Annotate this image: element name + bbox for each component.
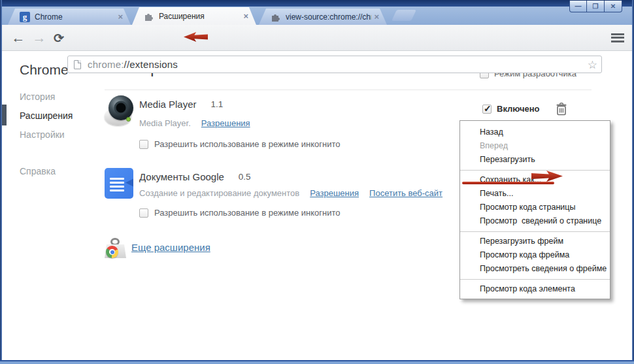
window-border-bottom [0, 360, 634, 364]
enabled-checkbox[interactable] [482, 105, 492, 114]
incognito-checkbox[interactable] [139, 140, 148, 149]
extension-desc-row: Создание и редактирование документов Раз… [139, 188, 442, 198]
incognito-row: Разрешить использование в режиме инкогни… [139, 208, 341, 218]
enabled-label: Включено [497, 104, 540, 114]
menu-item-reload[interactable]: Перезагрузить [460, 153, 610, 167]
forward-icon[interactable]: → [29, 25, 49, 51]
extension-version: 1.1 [211, 99, 224, 109]
trash-icon[interactable] [556, 103, 567, 116]
extension-name: Media Player [139, 99, 197, 110]
maximize-button[interactable]: ❐ [587, 1, 605, 12]
permissions-link[interactable]: Разрешения [310, 188, 359, 198]
tab-label: view-source:chrome://chrom [286, 12, 371, 22]
url-scheme: chrome: [88, 59, 124, 70]
incognito-label: Разрешить использование в режиме инкогни… [154, 139, 341, 149]
url-path: //extensions [124, 59, 178, 70]
bookmark-star-icon[interactable]: ☆ [588, 58, 597, 72]
sidebar-item-settings[interactable]: Настройки [20, 129, 65, 140]
extension-version: 0.5 [239, 172, 251, 182]
tab-strip: g Chrome × Расширения × view-source:chro… [2, 7, 632, 25]
tab-close-icon[interactable]: × [371, 12, 382, 22]
context-menu: Назад Вперед Перезагрузить Сохранить как… [459, 120, 610, 299]
tab-chrome[interactable]: g Chrome × [8, 8, 131, 25]
menu-item-page-info[interactable]: Просмотр сведений о странице [460, 214, 610, 228]
incognito-checkbox[interactable] [139, 208, 148, 218]
menu-item-reload-frame[interactable]: Перезагрузить фрейм [460, 235, 610, 248]
sidebar-item-extensions[interactable]: Расширения [20, 110, 73, 121]
incognito-label: Разрешить использование в режиме инкогни… [154, 208, 341, 218]
header-divider [105, 90, 592, 90]
extension-title-row: Документы Google 0.5 [139, 171, 251, 182]
sidebar-active-marker [2, 105, 7, 125]
tab-label: Расширения [159, 12, 241, 21]
menu-item-inspect-element[interactable]: Просмотр кода элемента [460, 282, 610, 296]
url-input[interactable]: chrome://extensions ☆ [67, 56, 602, 73]
annotation-underline-save-as [462, 182, 554, 184]
chrome-web-store-icon [105, 238, 126, 258]
page-icon [74, 60, 81, 69]
media-player-icon [105, 95, 135, 126]
new-tab-button[interactable] [392, 10, 416, 21]
tab-close-icon[interactable]: × [115, 12, 125, 22]
extension-enabled-row: Включено [482, 104, 540, 114]
back-icon[interactable]: ← [8, 25, 28, 51]
browser-toolbar: ← → ⟳ chrome://extensions ☆ [2, 25, 632, 51]
window-border-left [0, 0, 2, 364]
extension-title-row: Media Player 1.1 [139, 99, 223, 110]
puzzle-icon [144, 11, 154, 22]
tab-close-icon[interactable]: × [241, 11, 251, 21]
reload-icon[interactable]: ⟳ [50, 25, 67, 51]
google-docs-icon [105, 168, 133, 199]
more-extensions-link[interactable]: Еще расширения [131, 242, 210, 253]
menu-separator [460, 231, 610, 232]
extension-name: Документы Google [139, 171, 224, 182]
menu-item-view-source[interactable]: Просмотр кода страницы [460, 201, 610, 214]
close-button[interactable]: ✕ [605, 1, 622, 12]
minimize-button[interactable]: — [569, 1, 587, 12]
extension-description: Создание и редактирование документов [139, 188, 299, 198]
extension-desc-row: Media Player. Разрешения [139, 118, 250, 128]
menu-item-frame-source[interactable]: Просмотр кода фрейма [460, 248, 610, 262]
google-g-icon: g [20, 12, 30, 22]
visit-website-link[interactable]: Посетить веб-сайт [369, 188, 442, 198]
permissions-link[interactable]: Разрешения [201, 118, 250, 128]
tab-extensions[interactable]: Расширения × [132, 7, 256, 25]
incognito-row: Разрешить использование в режиме инкогни… [139, 139, 341, 149]
sidebar-item-history[interactable]: История [20, 91, 55, 102]
puzzle-icon [271, 12, 281, 22]
sidebar-title: Chrome [20, 62, 69, 78]
tab-label: Chrome [35, 12, 115, 22]
sidebar-item-help[interactable]: Справка [20, 166, 56, 176]
menu-item-print[interactable]: Печать... [460, 187, 610, 201]
menu-separator [460, 170, 610, 171]
menu-item-frame-info[interactable]: Просмотреть сведения о фрейме [460, 262, 610, 276]
extension-description: Media Player. [139, 118, 191, 128]
hamburger-menu-icon[interactable] [611, 33, 624, 42]
window-controls: — ❐ ✕ [569, 1, 622, 12]
tab-view-source[interactable]: view-source:chrome://chrom × [259, 8, 387, 25]
window-titlebar [0, 0, 634, 7]
menu-item-back[interactable]: Назад [460, 125, 610, 139]
menu-separator [460, 279, 610, 280]
menu-item-forward: Вперед [460, 139, 610, 153]
